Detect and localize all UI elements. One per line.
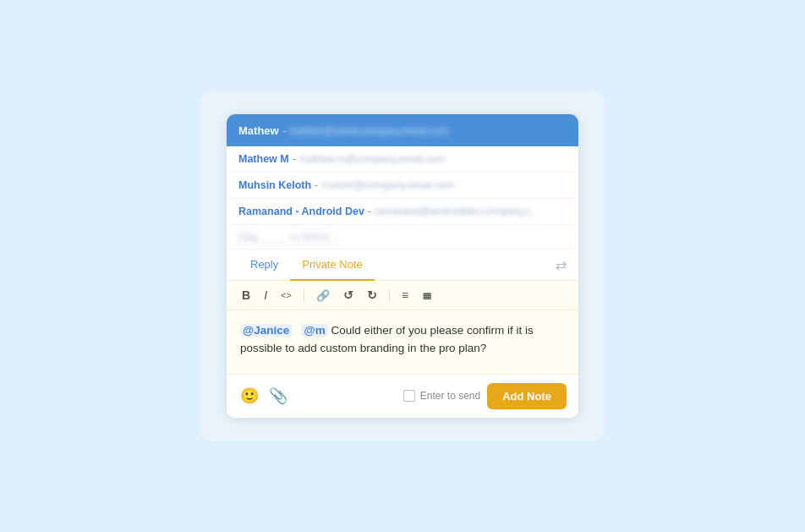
header-email: - mathew@somecompany.email.com — [282, 125, 449, 137]
attach-button[interactable]: 📎 — [267, 385, 289, 407]
header-row: Mathew - mathew@somecompany.email.com — [227, 114, 578, 146]
outer-card: Mathew - mathew@somecompany.email.com Ma… — [200, 90, 605, 442]
tab-private-note[interactable]: Private Note — [290, 250, 375, 281]
inner-card: Mathew - mathew@somecompany.email.com Ma… — [227, 114, 578, 418]
contact-email-2: ramanand@androiddev.company.com — [375, 206, 544, 217]
contact-name-1: Muhsin Keloth — [238, 179, 311, 191]
add-note-button[interactable]: Add Note — [487, 383, 567, 409]
emoji-button[interactable]: 🙂 — [238, 385, 260, 407]
contact-email-1: muhsin@company.email.com — [321, 179, 454, 191]
code-button[interactable]: <> — [277, 289, 295, 302]
editor-footer: 🙂 📎 Enter to send Add Note — [227, 375, 578, 418]
partial-contact: Cha_____ +1 OTCs... — [238, 232, 337, 244]
enter-to-send-text: Enter to send — [420, 390, 480, 402]
contact-email-0: mathew.m@company.email.com — [299, 153, 446, 165]
contact-name-2: Ramanand - Android Dev — [238, 206, 364, 217]
enter-to-send-checkbox[interactable] — [403, 390, 415, 402]
enter-to-send-label[interactable]: Enter to send — [403, 390, 480, 402]
tab-row: Reply Private Note ⇄ — [227, 250, 578, 281]
mention-janice: @Janice — [240, 324, 292, 337]
header-name: Mathew — [238, 124, 279, 137]
undo-button[interactable]: ↺ — [340, 288, 357, 303]
resize-icon[interactable]: ⇄ — [556, 257, 567, 273]
contact-list: Mathew M - mathew.m@company.email.com Mu… — [227, 146, 578, 250]
link-button[interactable]: 🔗 — [313, 288, 333, 303]
italic-button[interactable]: I — [260, 288, 271, 303]
list-item: Ramanand - Android Dev - ramanand@androi… — [227, 199, 578, 225]
editor-content[interactable]: @Janice @m Could either of you please co… — [227, 310, 578, 374]
tab-reply[interactable]: Reply — [238, 250, 290, 281]
redo-button[interactable]: ↻ — [364, 288, 381, 303]
toolbar: B I <> 🔗 ↺ ↻ ≡ ≣ — [227, 281, 578, 310]
toolbar-sep — [304, 288, 304, 302]
mention-m: @m — [301, 324, 327, 337]
unordered-list-button[interactable]: ≡ — [398, 288, 412, 303]
editor-area: B I <> 🔗 ↺ ↻ ≡ ≣ @Janice @m Could either… — [227, 281, 578, 375]
list-item-partial: Cha_____ +1 OTCs... — [227, 225, 578, 250]
list-item: Muhsin Keloth - muhsin@company.email.com — [227, 173, 578, 199]
toolbar-sep-2 — [389, 288, 390, 302]
bold-button[interactable]: B — [238, 288, 254, 303]
contact-name-0: Mathew M — [238, 153, 289, 165]
ordered-list-button[interactable]: ≣ — [419, 288, 435, 303]
list-item: Mathew M - mathew.m@company.email.com — [227, 146, 578, 173]
